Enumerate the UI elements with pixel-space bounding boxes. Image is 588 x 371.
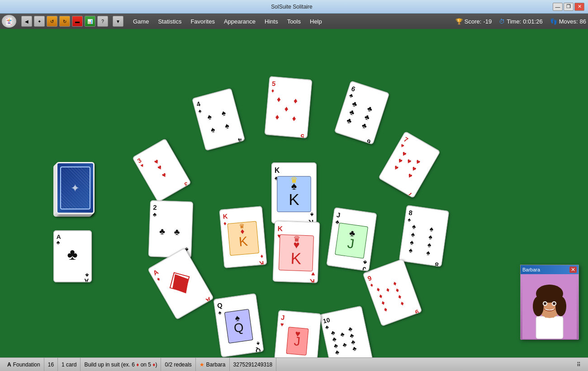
status-player: ★ Barbara <box>196 358 230 371</box>
card-queen-spades[interactable]: Q ♠ Q ♠ Q ♠ <box>213 293 264 357</box>
moves-label: Moves: <box>559 18 578 25</box>
card-ace-clubs[interactable]: A ♣ ♣ A ♣ <box>53 230 92 282</box>
card-4-spades[interactable]: 4 ♠ ♠ ♠ ♠ ♠ 4 <box>192 88 245 151</box>
toolbar-btn-2[interactable]: ✦ <box>34 16 45 27</box>
card-king-hearts-center[interactable]: K ♥ K ♥ ♛ K ♥ <box>273 220 320 283</box>
status-bar: A Foundation 16 1 card Build up in suit … <box>0 357 588 371</box>
maximize-button[interactable]: ❐ <box>564 3 574 11</box>
status-right: 🏆 Score: -19 ⏱ Time: 0:01:26 👣 Moves: 86 <box>455 18 586 25</box>
menu-appearance[interactable]: Appearance <box>219 16 260 27</box>
barbara-photo <box>521 274 579 340</box>
menu-help[interactable]: Help <box>305 16 327 27</box>
svg-text:♠: ♠ <box>310 211 313 218</box>
menu-game[interactable]: Game <box>128 16 153 27</box>
card-2-clubs[interactable]: 2 ♣ ♣ ♣ 2 ♣ <box>148 200 193 258</box>
toolbar-btn-3[interactable]: ↺ <box>47 16 57 27</box>
moves-display: 👣 Moves: 86 <box>550 18 586 25</box>
menu-statistics[interactable]: Statistics <box>153 16 186 27</box>
card-description: 1 card <box>62 361 76 368</box>
card-8-spades[interactable]: 8 ♠ ♠ ♠ ♠ ♠ ♠ ♠ ♠ ♠ 8 <box>399 205 449 267</box>
svg-text:J: J <box>281 314 285 322</box>
toolbar-btn-6[interactable]: 📊 <box>85 16 95 27</box>
svg-text:♦: ♦ <box>276 95 281 104</box>
toolbar-btn-4[interactable]: ↻ <box>59 16 70 27</box>
svg-rect-58 <box>399 205 449 266</box>
toolbar-btn-7[interactable]: ? <box>97 16 108 27</box>
svg-point-160 <box>555 296 566 316</box>
card-count: 16 <box>48 361 54 368</box>
svg-text:K: K <box>277 224 283 232</box>
svg-text:Q: Q <box>255 347 261 355</box>
svg-text:♥: ♥ <box>295 328 301 339</box>
minimize-button[interactable]: — <box>553 3 563 11</box>
svg-text:♦: ♦ <box>293 96 298 105</box>
svg-text:♦: ♦ <box>284 104 289 114</box>
menu-tools[interactable]: Tools <box>283 16 305 27</box>
card-3-hearts[interactable]: 3 ♥ ♥ ♥ ♥ 3 <box>132 138 191 202</box>
toolbar-btn-5[interactable]: ▬ <box>72 16 83 27</box>
svg-text:♦: ♦ <box>275 112 280 122</box>
barbara-titlebar: Barbara ✕ <box>521 265 579 274</box>
menu-favorites[interactable]: Favorites <box>186 16 219 27</box>
time-value: 0:01:26 <box>523 18 542 25</box>
status-count: 16 <box>44 358 58 371</box>
status-gameid: 3275291249318 <box>230 358 277 371</box>
window-title: SolSuite Solitaire <box>31 4 553 10</box>
svg-text:♣: ♣ <box>57 239 60 245</box>
deck-card-top[interactable]: ✦ <box>56 162 95 214</box>
redeals-count: 0/2 redeals <box>165 361 191 368</box>
svg-text:♛: ♛ <box>290 176 298 185</box>
card-king-diamonds[interactable]: K ♦ K ♦ ♛ K ♦ <box>219 206 267 268</box>
svg-text:♥: ♥ <box>280 321 284 328</box>
svg-text:♣: ♣ <box>159 226 166 236</box>
player-name: Barbara <box>206 361 226 368</box>
close-button[interactable]: ✕ <box>574 3 584 11</box>
svg-text:♛: ♛ <box>239 223 245 230</box>
card-6-clubs[interactable]: 6 ♣ ♣ ♣ ♣ ♣ ♣ ♣ 6 <box>334 81 390 145</box>
card-jack-clubs-right[interactable]: J ♣ J ♣ J ♣ <box>326 207 377 271</box>
title-bar: SolSuite Solitaire — ❐ ✕ <box>0 0 588 14</box>
svg-text:K: K <box>309 278 315 283</box>
barbara-name: Barbara <box>522 267 540 272</box>
menu-items: Game Statistics Favorites Appearance Hin… <box>128 16 327 27</box>
status-foundation: A Foundation <box>4 358 44 371</box>
card-10-clubs[interactable]: 10 ♣ ♣ ♣ ♣ ♣ ♣ ♣ ♣ ♣ ♣ ♣ 10 <box>319 305 373 357</box>
svg-rect-83 <box>320 306 372 357</box>
card-7-hearts[interactable]: 7 ♥ ♥ ♥ ♥ ♥ ♥ ♥ ♥ 7 <box>378 131 441 199</box>
game-area[interactable]: ✦ ✦ ✦ ✦ A ♣ ♣ A ♣ 3 ♥ ♥ ♥ ♥ 3 <box>0 29 588 357</box>
build-instruction: Build up in suit (ex. 6 ♦ on 5 ♦) <box>84 361 157 368</box>
svg-text:K: K <box>259 260 264 267</box>
card-9-diamonds[interactable]: 9 ♦ ♦ ♦ ♦ ♦ ♦ ♦ ♦ ♦ ♦ 9 <box>362 259 422 327</box>
time-display: ⏱ Time: 0:01:26 <box>499 18 542 25</box>
barbara-close-btn[interactable]: ✕ <box>569 266 577 273</box>
status-resize[interactable]: ⠿ <box>573 358 584 371</box>
toolbar-btn-1[interactable]: ◀ <box>21 16 32 27</box>
svg-text:5: 5 <box>300 133 305 138</box>
svg-text:♣: ♣ <box>174 227 180 237</box>
svg-rect-155 <box>536 316 563 339</box>
svg-point-159 <box>533 296 544 316</box>
svg-text:K: K <box>275 166 280 174</box>
svg-text:5: 5 <box>272 80 276 88</box>
score-display: 🏆 Score: -19 <box>455 18 492 25</box>
menu-hints[interactable]: Hints <box>260 16 283 27</box>
svg-text:♥: ♥ <box>311 271 315 277</box>
menu-bar: 🃏 ◀ ✦ ↺ ↻ ▬ 📊 ? ▼ Game Statistics Favori… <box>0 14 588 29</box>
card-jack-hearts[interactable]: J ♥ J ♥ J ♥ <box>274 310 322 357</box>
barbara-panel: Barbara ✕ <box>520 265 579 339</box>
score-label: Score: <box>465 18 482 25</box>
svg-text:K: K <box>290 249 302 267</box>
app-logo: 🃏 <box>2 15 16 28</box>
svg-text:K: K <box>289 190 299 208</box>
card-5-diamonds[interactable]: 5 ♦ ♦ ♦ ♦ ♦ ♦ 5 <box>265 76 313 138</box>
svg-rect-70 <box>363 259 422 326</box>
toolbar-btn-8[interactable]: ▼ <box>113 16 123 27</box>
card-ace-diamonds[interactable]: A ♦ A <box>147 247 214 320</box>
foundation-rank: A <box>7 361 11 368</box>
svg-rect-20 <box>192 89 244 150</box>
svg-text:2: 2 <box>153 204 157 211</box>
svg-text:♣: ♣ <box>153 211 157 218</box>
svg-point-164 <box>553 302 555 305</box>
svg-text:Q: Q <box>217 302 223 309</box>
card-king-spades-center[interactable]: K ♠ K ♠ ♛ K ♠ <box>271 162 317 224</box>
